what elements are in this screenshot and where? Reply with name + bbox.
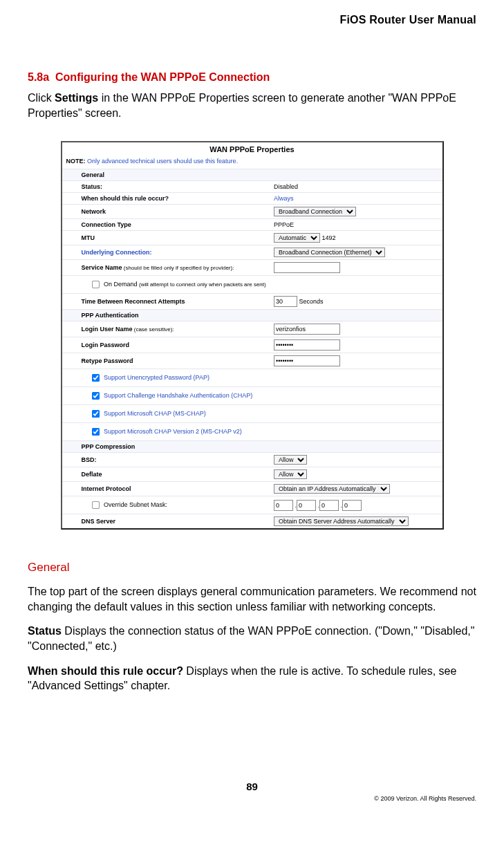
servicename-input[interactable]	[274, 262, 340, 273]
mtu-label: MTU	[62, 231, 272, 245]
ondemand-sub: (will attempt to connect only when packe…	[139, 281, 266, 288]
mschap-checkbox[interactable]	[91, 410, 99, 418]
chap-checkbox[interactable]	[91, 392, 99, 400]
subnet-label: Override Subnet Mask:	[102, 501, 168, 508]
rule-value[interactable]: Always	[274, 195, 294, 202]
table-row: Connection Type PPPoE	[62, 219, 442, 231]
status-label: Status:	[62, 181, 272, 193]
subnet-checkbox[interactable]	[91, 501, 99, 509]
table-row: MTU Automatic 1492	[62, 231, 442, 245]
section-number: 5.8a	[28, 71, 49, 83]
network-label: Network	[62, 205, 272, 219]
mtu-select[interactable]: Automatic	[274, 233, 320, 243]
note-label: NOTE:	[66, 158, 86, 165]
ip-label: Internet Protocol	[62, 482, 272, 496]
page-footer: 89 © 2009 Verizon. All Rights Reserved.	[0, 781, 504, 802]
bsd-select[interactable]: Allow	[274, 455, 307, 465]
table-row: When should this rule occur? Always	[62, 193, 442, 205]
subnet-oct3[interactable]	[319, 500, 339, 511]
ondemand-checkbox[interactable]	[91, 281, 99, 288]
table-row: Status: Disabled	[62, 181, 442, 193]
table-row: Time Between Reconnect Attempts Seconds	[62, 294, 442, 310]
mschap-label: Support Microsoft CHAP (MS-CHAP)	[102, 410, 206, 417]
panel-title: WAN PPPoE Properties	[62, 142, 442, 156]
status-desc-label: Status	[28, 625, 62, 637]
table-row: Support Microsoft CHAP (MS-CHAP)	[62, 405, 442, 423]
pap-checkbox[interactable]	[91, 374, 99, 382]
section-title: Configuring the WAN PPPoE Connection	[55, 71, 270, 83]
table-row: Internet Protocol Obtain an IP Address A…	[62, 482, 442, 496]
status-desc-text: Displays the connection status of the WA…	[28, 625, 474, 652]
copyright: © 2009 Verizon. All Rights Reserved.	[28, 795, 476, 802]
group-general: General	[62, 169, 442, 181]
ip-select[interactable]: Obtain an IP Address Automatically	[274, 484, 390, 494]
table-row: Network Broadband Connection	[62, 205, 442, 219]
ondemand-label: On Demand	[102, 281, 140, 288]
header-title: FiOS Router User Manual	[28, 14, 476, 26]
rule-paragraph: When should this rule occur? Displays wh…	[28, 664, 476, 693]
table-row: Service Name (should be filled only if s…	[62, 260, 442, 276]
panel-note: NOTE: Only advanced technical users shou…	[62, 156, 442, 169]
intro-paragraph: Click Settings in the WAN PPPoE Properti…	[28, 91, 476, 120]
general-heading: General	[28, 561, 476, 575]
status-value: Disabled	[271, 181, 442, 193]
rule-label: When should this rule occur?	[62, 193, 272, 205]
retype-password-input[interactable]	[274, 355, 340, 366]
dns-label: DNS Server	[62, 514, 272, 529]
table-row: Login Password	[62, 337, 442, 353]
deflate-select[interactable]: Allow	[274, 469, 307, 479]
rule-desc-label: When should this rule occur?	[28, 665, 183, 677]
mschap2-checkbox[interactable]	[91, 428, 99, 436]
table-row: Support Microsoft CHAP Version 2 (MS-CHA…	[62, 423, 442, 441]
bsd-label: BSD:	[62, 453, 272, 467]
table-row: Support Challenge Handshake Authenticati…	[62, 387, 442, 405]
table-row: On Demand (will attempt to connect only …	[62, 276, 442, 294]
subnet-oct2[interactable]	[297, 500, 316, 511]
tbra-unit: Seconds	[299, 298, 324, 305]
table-row: DNS Server Obtain DNS Server Address Aut…	[62, 514, 442, 529]
tbra-label: Time Between Reconnect Attempts	[62, 294, 272, 310]
password-input[interactable]	[274, 339, 340, 351]
intro-prefix: Click	[28, 92, 55, 104]
mschap2-label: Support Microsoft CHAP Version 2 (MS-CHA…	[102, 428, 242, 435]
deflate-label: Deflate	[62, 467, 272, 482]
subnet-oct4[interactable]	[342, 500, 362, 511]
table-row: Deflate Allow	[62, 467, 442, 482]
section-heading: 5.8a Configuring the WAN PPPoE Connectio…	[28, 71, 476, 84]
servicename-label: Service Name (should be filled only if s…	[62, 260, 272, 276]
properties-screenshot: WAN PPPoE Properties NOTE: Only advanced…	[61, 141, 444, 530]
pap-label: Support Unencrypted Password (PAP)	[102, 374, 209, 381]
table-row: Retype Password	[62, 353, 442, 369]
table-row: Underlying Connection: Broadband Connect…	[62, 245, 442, 260]
login-input[interactable]	[274, 324, 340, 335]
underlying-select[interactable]: Broadband Connection (Ethernet)	[274, 248, 385, 257]
intro-bold: Settings	[55, 92, 98, 104]
general-paragraph-1: The top part of the screen displays gene…	[28, 584, 476, 614]
table-row: Login User Name (case sensitive):	[62, 321, 442, 337]
mtu-num: 1492	[322, 234, 336, 241]
conntype-label: Connection Type	[62, 219, 272, 231]
manual-page: FiOS Router User Manual 5.8a Configuring…	[0, 0, 504, 816]
status-paragraph: Status Displays the connection status of…	[28, 624, 476, 653]
conntype-value: PPPoE	[271, 219, 442, 231]
group-pppcomp: PPP Compression	[62, 441, 442, 453]
password-label: Login Password	[62, 337, 272, 353]
network-select[interactable]: Broadband Connection	[274, 207, 356, 216]
group-pppauth: PPP Authentication	[62, 310, 442, 321]
table-row: Support Unencrypted Password (PAP)	[62, 369, 442, 387]
subnet-row: Override Subnet Mask:	[62, 496, 272, 514]
login-label: Login User Name (case sensitive):	[62, 321, 272, 337]
page-number: 89	[28, 781, 476, 792]
table-row: Override Subnet Mask: . . .	[62, 496, 442, 514]
chap-label: Support Challenge Handshake Authenticati…	[102, 392, 253, 399]
tbra-input[interactable]	[274, 296, 297, 307]
subnet-oct1[interactable]	[274, 500, 293, 511]
dns-select[interactable]: Obtain DNS Server Address Automatically	[274, 516, 409, 526]
underlying-label[interactable]: Underlying Connection:	[82, 249, 152, 256]
ondemand-row: On Demand (will attempt to connect only …	[62, 276, 442, 294]
table-row: BSD: Allow	[62, 453, 442, 467]
note-text: Only advanced technical users should use…	[86, 158, 239, 165]
retype-password-label: Retype Password	[62, 353, 272, 369]
properties-table: General Status: Disabled When should thi…	[62, 169, 442, 528]
